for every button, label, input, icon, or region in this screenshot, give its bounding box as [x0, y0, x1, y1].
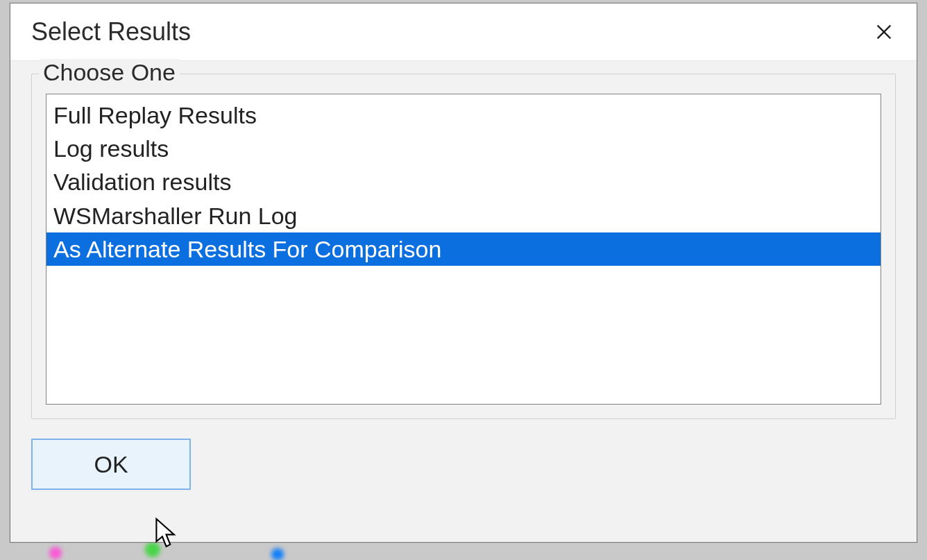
list-item[interactable]: WSMarshaller Run Log — [46, 199, 881, 232]
dialog-titlebar: Select Results — [10, 3, 917, 61]
results-listbox[interactable]: Full Replay ResultsLog resultsValidation… — [46, 94, 881, 405]
dialog-button-row: OK — [31, 439, 896, 490]
close-icon — [874, 22, 894, 42]
choose-one-group: Choose One Full Replay ResultsLog result… — [31, 74, 896, 419]
ok-button-label: OK — [94, 451, 128, 478]
dialog-title: Select Results — [31, 17, 191, 46]
list-item[interactable]: Log results — [46, 132, 881, 165]
dialog-client-area: Choose One Full Replay ResultsLog result… — [10, 61, 917, 542]
ok-button[interactable]: OK — [31, 439, 191, 490]
close-button[interactable] — [868, 16, 900, 48]
select-results-dialog: Select Results Choose One Full Replay Re… — [10, 3, 917, 543]
group-label: Choose One — [39, 59, 180, 86]
list-item[interactable]: As Alternate Results For Comparison — [46, 232, 881, 266]
list-item[interactable]: Validation results — [46, 165, 881, 198]
list-item[interactable]: Full Replay Results — [46, 99, 881, 132]
